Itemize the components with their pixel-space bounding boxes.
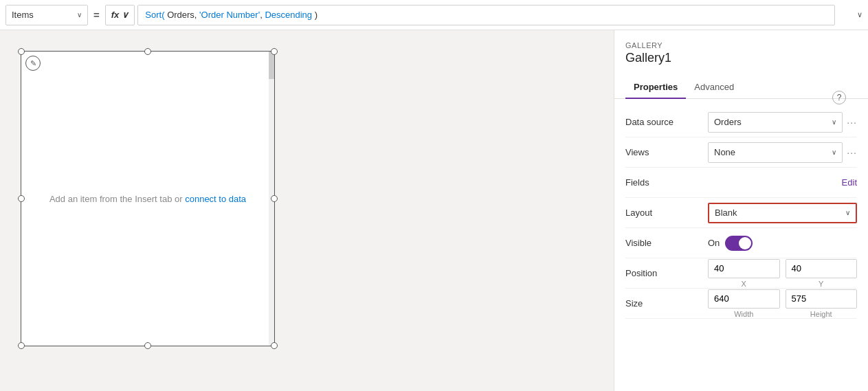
equals-sign: = xyxy=(93,9,100,21)
formula-text: Sort( Orders, 'Order Number', Descending… xyxy=(145,10,318,20)
fx-button[interactable]: fx ∨ xyxy=(105,5,135,25)
panel-header-content: GALLERY Gallery1 xyxy=(625,41,671,65)
views-control: None ∨ ··· xyxy=(708,142,857,163)
size-width-value[interactable]: 640 xyxy=(708,289,780,309)
top-bar-end: ∨ xyxy=(835,10,863,19)
datasource-label: Data source xyxy=(625,117,708,127)
size-height-value[interactable]: 575 xyxy=(786,289,858,309)
position-y-value[interactable]: 40 xyxy=(786,259,858,278)
properties-section: Data source Orders ∨ ··· Views None ∨ xyxy=(614,99,868,327)
prop-row-layout: Layout Blank ∨ xyxy=(625,198,857,228)
end-chevron-icon[interactable]: ∨ xyxy=(857,10,863,19)
datasource-select[interactable]: Orders ∨ xyxy=(708,112,843,133)
fx-label: fx xyxy=(111,10,120,20)
views-arrow-icon: ∨ xyxy=(832,148,836,156)
datasource-control: Orders ∨ ··· xyxy=(708,112,857,133)
connect-to-data-link[interactable]: connect to data xyxy=(185,194,246,204)
tabs-row: Properties Advanced xyxy=(614,76,868,99)
handle-top-center[interactable] xyxy=(144,48,151,55)
size-control: 640 Width 575 Height xyxy=(708,289,857,318)
visible-on-label: On xyxy=(708,238,720,248)
toggle-thumb xyxy=(739,237,751,249)
size-row: 640 Width 575 Height xyxy=(708,289,857,318)
position-control: 40 X 40 Y xyxy=(708,259,857,288)
handle-top-left[interactable] xyxy=(18,48,25,55)
layout-label: Layout xyxy=(625,208,708,218)
visible-toggle[interactable] xyxy=(725,236,753,251)
position-y-label: Y xyxy=(786,280,858,288)
position-x-label: X xyxy=(708,280,780,288)
gallery-box[interactable]: ✎ Add an item from the Insert tab or con… xyxy=(21,51,275,346)
handle-middle-right[interactable] xyxy=(271,195,278,202)
layout-control: Blank ∨ xyxy=(708,203,857,223)
handle-top-right[interactable] xyxy=(271,48,278,55)
placeholder-static: Add an item from the Insert tab xyxy=(49,194,172,204)
panel-header: GALLERY Gallery1 ? xyxy=(614,30,868,71)
items-dropdown[interactable]: Items ∨ xyxy=(5,5,88,25)
datasource-more-icon[interactable]: ··· xyxy=(847,117,857,128)
position-x-value[interactable]: 40 xyxy=(708,259,780,278)
fields-control: Edit xyxy=(708,177,857,188)
fields-edit-link[interactable]: Edit xyxy=(842,177,857,188)
handle-bottom-left[interactable] xyxy=(18,342,25,349)
size-height-input: 575 Height xyxy=(786,289,858,318)
views-select[interactable]: None ∨ xyxy=(708,142,843,163)
datasource-arrow-icon: ∨ xyxy=(832,118,836,126)
datasource-value: Orders xyxy=(714,117,742,127)
layout-arrow-icon: ∨ xyxy=(845,209,850,216)
fields-label: Fields xyxy=(625,177,708,188)
prop-row-visible: Visible On xyxy=(625,228,857,258)
items-label: Items xyxy=(12,10,73,20)
prop-row-views: Views None ∨ ··· xyxy=(625,137,857,168)
visible-control: On xyxy=(708,236,857,251)
views-more-icon[interactable]: ··· xyxy=(847,147,857,158)
canvas-area: ✎ Add an item from the Insert tab or con… xyxy=(0,30,614,391)
prop-row-datasource: Data source Orders ∨ ··· xyxy=(625,107,857,137)
prop-row-fields: Fields Edit xyxy=(625,168,857,198)
panel-title: Gallery1 xyxy=(625,51,671,65)
position-label: Position xyxy=(625,268,708,278)
size-width-label: Width xyxy=(708,310,780,318)
placeholder-text: Add an item from the Insert tab or conne… xyxy=(49,194,246,204)
size-width-input: 640 Width xyxy=(708,289,780,318)
top-bar: Items ∨ = fx ∨ Sort( Orders, 'Order Numb… xyxy=(0,0,868,30)
handle-bottom-center[interactable] xyxy=(144,342,151,349)
position-x-input: 40 X xyxy=(708,259,780,288)
help-icon[interactable]: ? xyxy=(832,91,846,104)
main-area: ✎ Add an item from the Insert tab or con… xyxy=(0,30,868,391)
formula-bar[interactable]: Sort( Orders, 'Order Number', Descending… xyxy=(137,5,835,25)
position-y-input: 40 Y xyxy=(786,259,858,288)
handle-bottom-right[interactable] xyxy=(271,342,278,349)
prop-row-size: Size 640 Width 575 Height xyxy=(625,289,857,319)
position-row: 40 X 40 Y xyxy=(708,259,857,288)
tab-properties[interactable]: Properties xyxy=(625,76,686,99)
edit-icon[interactable]: ✎ xyxy=(25,56,41,71)
toggle-container: On xyxy=(708,236,753,251)
scrollbar-thumb[interactable] xyxy=(269,52,274,79)
size-label: Size xyxy=(625,298,708,309)
placeholder-connector: or xyxy=(175,194,185,204)
right-panel: GALLERY Gallery1 ? Properties Advanced D… xyxy=(614,30,868,391)
layout-select[interactable]: Blank ∨ xyxy=(708,203,857,223)
handle-middle-left[interactable] xyxy=(18,195,25,202)
layout-value: Blank xyxy=(715,208,737,218)
prop-row-position: Position 40 X 40 Y xyxy=(625,258,857,289)
canvas-frame: ✎ Add an item from the Insert tab or con… xyxy=(14,44,536,381)
tab-advanced[interactable]: Advanced xyxy=(686,76,742,99)
gallery-label: GALLERY xyxy=(625,41,671,49)
items-dropdown-arrow: ∨ xyxy=(77,11,82,19)
views-label: Views xyxy=(625,147,708,157)
fx-chevron: ∨ xyxy=(122,10,129,20)
panel-header-row: GALLERY Gallery1 ? xyxy=(625,41,857,65)
views-value: None xyxy=(714,147,735,157)
gallery-placeholder: Add an item from the Insert tab or conne… xyxy=(21,52,274,346)
visible-label: Visible xyxy=(625,238,708,248)
size-height-label: Height xyxy=(786,310,858,318)
